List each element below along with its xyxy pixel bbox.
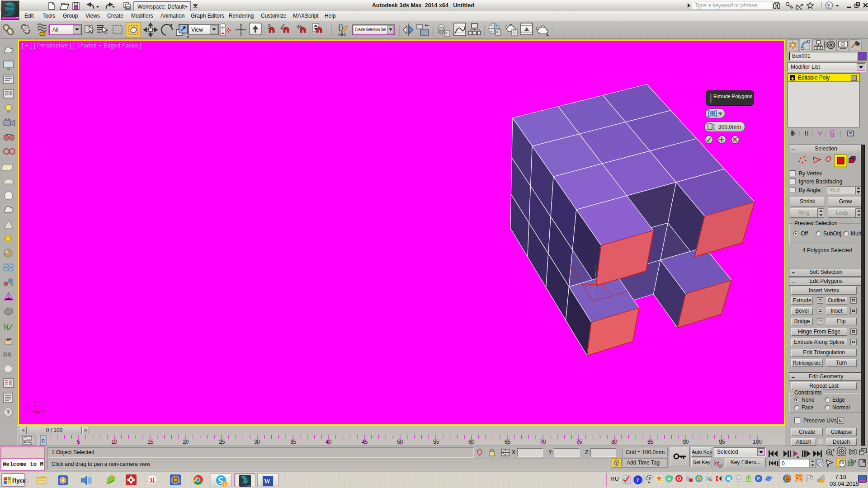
svg-text:DX: DX bbox=[3, 351, 11, 358]
svg-text:65: 65 bbox=[505, 439, 511, 445]
svg-text:10: 10 bbox=[111, 439, 118, 445]
svg-text:P: P bbox=[757, 476, 760, 481]
svg-text:40: 40 bbox=[326, 439, 332, 445]
svg-text:30: 30 bbox=[254, 439, 260, 445]
svg-text:x: x bbox=[634, 284, 636, 289]
svg-text:95: 95 bbox=[719, 439, 725, 445]
svg-text:All: All bbox=[52, 27, 58, 33]
svg-text:z: z bbox=[34, 399, 36, 404]
svg-text:?: ? bbox=[6, 409, 10, 416]
svg-text:55: 55 bbox=[433, 439, 439, 445]
svg-text:0: 0 bbox=[42, 438, 45, 445]
svg-text:50: 50 bbox=[397, 439, 403, 445]
svg-text:Create Selection Sel: Create Selection Sel bbox=[355, 27, 386, 32]
svg-text:max: max bbox=[245, 484, 250, 487]
svg-text:?: ? bbox=[827, 2, 830, 9]
svg-text:100: 100 bbox=[753, 439, 762, 445]
svg-text:y: y bbox=[570, 265, 572, 270]
svg-text:15: 15 bbox=[147, 439, 154, 445]
svg-text:x: x bbox=[45, 404, 47, 409]
svg-text:W: W bbox=[264, 478, 270, 485]
svg-text:ABC: ABC bbox=[338, 33, 346, 37]
svg-text:y: y bbox=[26, 405, 28, 409]
svg-text:20: 20 bbox=[183, 439, 189, 445]
svg-text:Я: Я bbox=[150, 476, 155, 484]
svg-text:60: 60 bbox=[468, 439, 475, 445]
svg-text:0: 0 bbox=[782, 460, 785, 467]
svg-text:1: 1 bbox=[224, 482, 226, 487]
svg-text:1: 1 bbox=[698, 477, 700, 481]
svg-text:85: 85 bbox=[647, 439, 654, 445]
svg-text:5: 5 bbox=[77, 439, 80, 445]
svg-text:z: z bbox=[594, 263, 596, 268]
svg-text:90: 90 bbox=[683, 439, 689, 445]
svg-text:25: 25 bbox=[219, 439, 225, 445]
svg-text:a: a bbox=[668, 476, 670, 481]
svg-text:HF: HF bbox=[7, 338, 11, 341]
svg-text:?: ? bbox=[636, 477, 639, 483]
svg-text:45: 45 bbox=[362, 439, 368, 445]
svg-text:70: 70 bbox=[540, 439, 546, 445]
svg-text:35: 35 bbox=[290, 439, 297, 445]
svg-text:View: View bbox=[191, 27, 203, 33]
svg-text:75: 75 bbox=[576, 439, 582, 445]
svg-text:80: 80 bbox=[611, 439, 618, 445]
